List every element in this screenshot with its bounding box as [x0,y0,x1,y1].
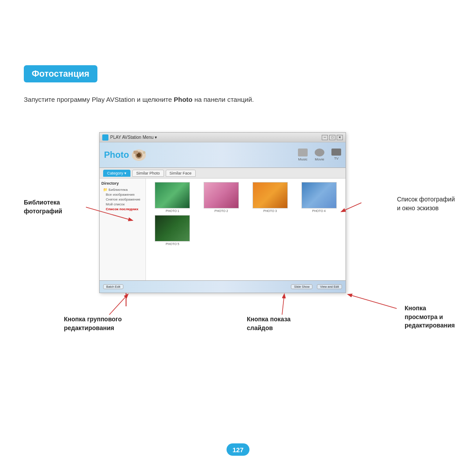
minimize-button[interactable]: ─ [322,135,328,140]
photo-cell-5[interactable]: PHOTO 5 [149,215,196,245]
page-number: 127 [227,443,249,456]
sidebar-item-library[interactable]: 📁 Библиотека [101,187,144,192]
photo-label-1: PHOTO 1 [166,209,179,212]
library-annotation: Библиотека фотографий [24,198,62,216]
app-icon [102,134,108,141]
photo-cell-2[interactable]: PHOTO 2 [198,182,245,212]
section-title: Фотостанция [24,65,97,82]
svg-line-9 [348,294,397,309]
title-bar-left: PLAY AVStation Menu ▾ [102,134,157,141]
window-controls: ─ □ ✕ [322,135,343,140]
bottom-right: Slide Show View and Edit [291,284,342,289]
slideshow-line2: слайдов [247,324,273,331]
photo-cell-1[interactable]: PHOTO 1 [149,182,196,212]
photo-thumb-1 [155,182,190,208]
photo-thumb-3 [253,182,288,208]
music-icon [298,149,308,156]
sidebar-item-captured[interactable]: Снятое изображение [101,197,144,202]
photo-list-line1: Список фотографий [397,196,455,203]
page-number-text: 127 [232,446,243,454]
batch-edit-arrow-line [126,293,126,306]
sidebar-title: Directory [101,181,144,186]
view-edit-line1: Кнопка [405,305,426,312]
bottom-left: Batch Edit [103,284,123,289]
sidebar-item-recent[interactable]: Список последних [101,207,144,212]
tv-nav-item[interactable]: TV [331,149,341,161]
movie-label: Movie [315,157,324,161]
camera-icon [131,148,147,162]
photo-label: Photo [104,150,129,160]
main-area: Directory 📁 Библиотека Все изображения С… [100,178,346,280]
top-nav: Photo Music Movie [100,142,346,168]
photo-logo: Photo [104,148,147,162]
music-nav-item[interactable]: Music [298,149,308,161]
tv-label: TV [334,156,338,160]
slideshow-button[interactable]: Slide Show [291,284,312,289]
svg-point-4 [143,151,145,154]
photo-thumb-2 [204,182,239,208]
photo-label-3: PHOTO 3 [264,209,277,212]
close-button[interactable]: ✕ [337,135,343,140]
slideshow-line1: Кнопка показа [247,316,290,323]
photo-cell-3[interactable]: PHOTO 3 [247,182,294,212]
view-edit-button[interactable]: View and Edit [317,284,342,289]
photo-label-4: PHOTO 4 [312,209,326,212]
sidebar-item-mylist[interactable]: Мой список [101,202,144,207]
batch-edit-annotation: Кнопка группового редактирования [64,315,122,332]
photo-label-2: PHOTO 2 [215,209,228,212]
tab-similar-face[interactable]: Similar Face [166,170,196,177]
photo-thumb-4 [301,182,337,208]
photo-label-5: PHOTO 5 [166,242,179,245]
tv-icon [331,149,341,156]
view-edit-line2: просмотра и [405,313,443,320]
intro-text-start: Запустите программу Play AVStation и щел… [24,96,174,103]
app-window: PLAY AVStation Menu ▾ ─ □ ✕ Photo [99,132,346,293]
batch-edit-line1: Кнопка группового [64,316,122,323]
photolist-annotation: Список фотографий и окно эскизов [397,195,455,212]
tab-category[interactable]: Category ▾ [103,170,130,177]
title-text: Фотостанция [32,69,89,78]
intro-text-end: на панели станций. [193,96,254,103]
tab-similar-photo[interactable]: Similar Photo [132,170,164,177]
view-edit-annotation: Кнопка просмотра и редактирования [405,304,455,330]
photo-thumb-5 [155,215,190,242]
music-label: Music [298,157,308,161]
title-bar: PLAY AVStation Menu ▾ ─ □ ✕ [100,133,346,142]
movie-icon [315,149,324,156]
nav-icons: Music Movie TV [298,149,341,161]
photo-list-line2: и окно эскизов [397,205,439,212]
library-line1: Библиотека [24,199,60,206]
svg-rect-3 [134,151,138,154]
tab-bar: Category ▾ Similar Photo Similar Face [100,168,346,178]
intro-bold: Photo [174,96,193,103]
photo-cell-4[interactable]: PHOTO 4 [296,182,342,212]
sidebar: Directory 📁 Библиотека Все изображения С… [100,178,146,280]
movie-nav-item[interactable]: Movie [315,149,324,161]
bottom-toolbar: Batch Edit Slide Show View and Edit [100,280,346,293]
app-title-text: PLAY AVStation Menu ▾ [110,135,157,140]
app-screenshot: PLAY AVStation Menu ▾ ─ □ ✕ Photo [99,132,346,309]
photo-area: PHOTO 1 PHOTO 2 PHOTO 3 PHOTO 4 [146,178,346,280]
photo-grid: PHOTO 1 PHOTO 2 PHOTO 3 PHOTO 4 [149,182,342,245]
batch-edit-line2: редактирования [64,324,114,331]
sidebar-item-all[interactable]: Все изображения [101,192,144,197]
view-edit-line3: редактирования [405,322,455,329]
intro-paragraph: Запустите программу Play AVStation и щел… [24,95,254,105]
batch-edit-button[interactable]: Batch Edit [103,284,123,289]
slideshow-annotation: Кнопка показа слайдов [247,315,290,332]
library-line2: фотографий [24,208,62,215]
maximize-button[interactable]: □ [329,135,335,140]
